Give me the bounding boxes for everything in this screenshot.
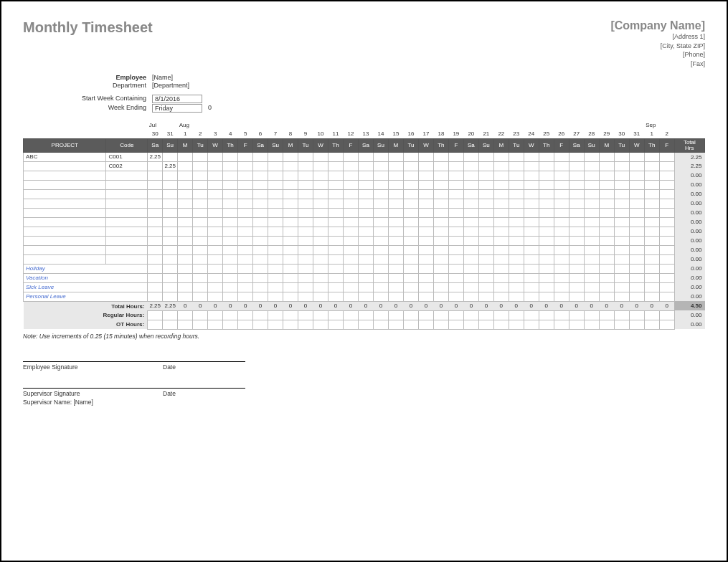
hour-cell[interactable] <box>328 199 344 208</box>
hour-cell[interactable] <box>388 180 403 189</box>
hour-cell[interactable] <box>584 227 599 236</box>
hour-cell[interactable] <box>478 171 493 180</box>
hour-cell[interactable] <box>433 292 448 301</box>
hour-cell[interactable] <box>433 245 448 254</box>
code-cell[interactable]: C002 <box>106 161 148 171</box>
ot-cell[interactable] <box>283 320 298 329</box>
hour-cell[interactable] <box>478 189 493 199</box>
hour-cell[interactable] <box>418 217 433 227</box>
hour-cell[interactable] <box>493 152 509 161</box>
hour-cell[interactable] <box>569 161 584 171</box>
hour-cell[interactable] <box>629 180 644 189</box>
ot-cell[interactable] <box>509 320 524 329</box>
project-cell[interactable] <box>24 227 106 236</box>
hour-cell[interactable] <box>493 189 509 199</box>
hour-cell[interactable] <box>268 273 283 282</box>
ot-cell[interactable] <box>163 320 178 329</box>
hour-cell[interactable] <box>298 152 313 161</box>
hour-cell[interactable] <box>283 282 298 292</box>
hour-cell[interactable] <box>253 264 268 273</box>
hour-cell[interactable] <box>238 161 253 171</box>
code-cell[interactable] <box>106 189 148 199</box>
hour-cell[interactable] <box>193 180 208 189</box>
hour-cell[interactable] <box>344 292 359 301</box>
hour-cell[interactable] <box>283 254 298 264</box>
hour-cell[interactable] <box>148 180 163 189</box>
hour-cell[interactable] <box>584 264 599 273</box>
regular-cell[interactable] <box>584 310 599 320</box>
hour-cell[interactable] <box>584 199 599 208</box>
hour-cell[interactable] <box>373 180 388 189</box>
hour-cell[interactable] <box>614 227 629 236</box>
hour-cell[interactable] <box>448 227 463 236</box>
hour-cell[interactable] <box>554 171 569 180</box>
hour-cell[interactable] <box>298 282 313 292</box>
hour-cell[interactable] <box>253 292 268 301</box>
hour-cell[interactable] <box>283 227 298 236</box>
hour-cell[interactable] <box>268 227 283 236</box>
hour-cell[interactable] <box>584 292 599 301</box>
hour-cell[interactable] <box>283 199 298 208</box>
hour-cell[interactable] <box>539 180 554 189</box>
hour-cell[interactable] <box>644 171 659 180</box>
hour-cell[interactable] <box>163 236 178 245</box>
hour-cell[interactable] <box>569 273 584 282</box>
hour-cell[interactable] <box>584 208 599 217</box>
regular-cell[interactable] <box>659 310 674 320</box>
hour-cell[interactable] <box>373 282 388 292</box>
ot-cell[interactable] <box>433 320 448 329</box>
hour-cell[interactable] <box>373 227 388 236</box>
hour-cell[interactable] <box>539 171 554 180</box>
hour-cell[interactable] <box>554 254 569 264</box>
hour-cell[interactable] <box>313 152 328 161</box>
hour-cell[interactable] <box>344 273 359 282</box>
hour-cell[interactable] <box>373 189 388 199</box>
hour-cell[interactable] <box>448 292 463 301</box>
hour-cell[interactable] <box>403 171 418 180</box>
hour-cell[interactable] <box>223 161 238 171</box>
regular-cell[interactable] <box>283 310 298 320</box>
hour-cell[interactable] <box>418 199 433 208</box>
hour-cell[interactable] <box>283 189 298 199</box>
hour-cell[interactable] <box>344 236 359 245</box>
hour-cell[interactable] <box>569 292 584 301</box>
hour-cell[interactable] <box>659 217 674 227</box>
hour-cell[interactable] <box>223 227 238 236</box>
hour-cell[interactable] <box>208 189 223 199</box>
hour-cell[interactable] <box>328 152 344 161</box>
hour-cell[interactable] <box>403 254 418 264</box>
hour-cell[interactable] <box>163 199 178 208</box>
ot-cell[interactable] <box>253 320 268 329</box>
hour-cell[interactable] <box>208 180 223 189</box>
hour-cell[interactable] <box>448 189 463 199</box>
hour-cell[interactable] <box>644 227 659 236</box>
hour-cell[interactable] <box>599 282 614 292</box>
hour-cell[interactable] <box>448 208 463 217</box>
hour-cell[interactable] <box>539 264 554 273</box>
hour-cell[interactable] <box>539 292 554 301</box>
hour-cell[interactable] <box>478 245 493 254</box>
hour-cell[interactable] <box>569 208 584 217</box>
hour-cell[interactable] <box>433 171 448 180</box>
hour-cell[interactable] <box>313 282 328 292</box>
hour-cell[interactable] <box>614 292 629 301</box>
hour-cell[interactable] <box>493 171 509 180</box>
hour-cell[interactable] <box>178 180 193 189</box>
hour-cell[interactable] <box>344 152 359 161</box>
hour-cell[interactable] <box>298 264 313 273</box>
hour-cell[interactable] <box>268 152 283 161</box>
hour-cell[interactable] <box>313 292 328 301</box>
hour-cell[interactable] <box>524 208 539 217</box>
hour-cell[interactable] <box>313 217 328 227</box>
hour-cell[interactable] <box>193 292 208 301</box>
hour-cell[interactable] <box>493 227 509 236</box>
hour-cell[interactable] <box>509 264 524 273</box>
hour-cell[interactable] <box>448 161 463 171</box>
hour-cell[interactable] <box>493 180 509 189</box>
hour-cell[interactable] <box>554 292 569 301</box>
hour-cell[interactable] <box>163 227 178 236</box>
hour-cell[interactable] <box>193 245 208 254</box>
hour-cell[interactable] <box>554 245 569 254</box>
hour-cell[interactable] <box>463 282 478 292</box>
hour-cell[interactable] <box>629 236 644 245</box>
